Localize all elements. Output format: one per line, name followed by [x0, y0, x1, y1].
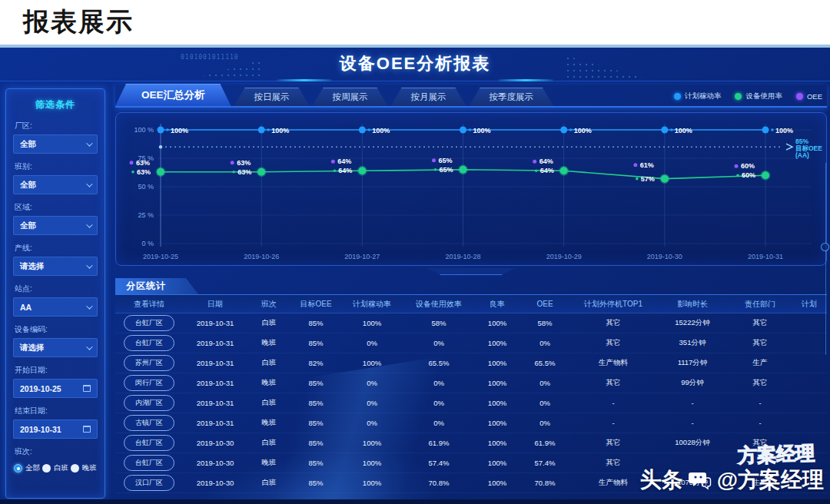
- table-cell: 70.8%: [520, 479, 570, 487]
- usage-rate-label: 63%: [237, 168, 251, 176]
- chart-legend: 计划稼动率设备使用率OEE: [674, 91, 827, 106]
- column-header: 计划稼动率: [341, 299, 403, 310]
- x-tick-label: 2019-10-26: [244, 253, 279, 260]
- planned-rate-point: [460, 127, 466, 134]
- y-tick-label: 25 %: [138, 211, 154, 219]
- field-label: 区域:: [15, 202, 105, 213]
- date-input[interactable]: 2019-10-25: [13, 379, 98, 398]
- field-value: 2019-10-31: [20, 425, 61, 434]
- table-cell: 0%: [341, 339, 403, 347]
- usage-rate-label: 60%: [742, 171, 755, 179]
- table-cell: 100%: [341, 479, 403, 487]
- table-cell: 1117分钟: [656, 358, 729, 368]
- table-cell: -: [656, 399, 729, 407]
- table-cell: 0%: [341, 399, 403, 407]
- usage-rate-label: 57%: [641, 175, 655, 183]
- x-tick-label: 2019-10-25: [143, 253, 178, 260]
- tab-OEE汇总分析[interactable]: OEE汇总分析: [115, 84, 231, 106]
- table-cell: 2019-10-31: [183, 399, 247, 407]
- dropdown-select[interactable]: 请选择: [13, 338, 98, 357]
- table-row: 台虹厂区2019-10-31白班85%100%58%100%58%其它15222…: [115, 313, 827, 333]
- filter-field-select: 区域:全部: [6, 202, 105, 235]
- view-detail-button[interactable]: 内湖厂区: [124, 395, 174, 411]
- planned-rate-point: [158, 127, 164, 134]
- radio-option-晚班[interactable]: 晚班: [71, 463, 97, 473]
- view-detail-button[interactable]: 台虹厂区: [124, 455, 174, 471]
- label-dot-icon: [771, 128, 774, 131]
- tab-partition-stats[interactable]: 分区统计: [115, 278, 198, 294]
- legend-dot-icon: [735, 93, 742, 100]
- field-value: AA: [20, 303, 32, 312]
- dropdown-select[interactable]: 全部: [13, 134, 98, 154]
- tab-按日展示[interactable]: 按日展示: [234, 88, 310, 106]
- x-tick-label: 2019-10-27: [344, 253, 380, 260]
- table-row: 苏州厂区2019-10-31白班82%100%65.5%100%65.5%生产物…: [115, 353, 827, 373]
- table-cell: 10028分钟: [656, 438, 729, 448]
- view-detail-button[interactable]: 台虹厂区: [124, 435, 174, 451]
- radio-option-全部[interactable]: 全部: [14, 463, 40, 473]
- legend-item-计划稼动率[interactable]: 计划稼动率: [674, 91, 722, 101]
- target-line-start-dot: [159, 145, 162, 148]
- table-cell: 85%: [290, 439, 341, 447]
- dropdown-select[interactable]: 请选择: [13, 257, 98, 276]
- view-detail-button[interactable]: 汉口厂区: [124, 475, 174, 491]
- field-label: 设备编码:: [15, 324, 105, 335]
- view-detail-button[interactable]: 台虹厂区: [124, 315, 174, 331]
- table-cell: 85%: [290, 399, 341, 407]
- planned-rate-point: [560, 127, 567, 134]
- table-cell: 61.9%: [403, 439, 475, 447]
- label-dot-icon: [670, 128, 673, 131]
- dropdown-select[interactable]: 全部: [13, 216, 98, 235]
- x-tick-label: 2019-10-30: [647, 253, 682, 260]
- column-header: 良率: [475, 299, 520, 310]
- usage-rate-label: 65%: [440, 166, 453, 174]
- label-dot-icon: [131, 171, 134, 174]
- dropdown-select[interactable]: AA: [13, 297, 98, 317]
- tab-按季度展示[interactable]: 按季度展示: [470, 88, 554, 106]
- y-tick-label: 50 %: [138, 183, 154, 191]
- oee-label: 64%: [337, 158, 351, 165]
- view-detail-button[interactable]: 台虹厂区: [124, 335, 174, 351]
- legend-item-OEE[interactable]: OEE: [796, 92, 822, 101]
- top-title-band: 报表展示: [0, 0, 830, 48]
- table-cell: 82%: [290, 359, 341, 367]
- planned-rate-label: 100%: [574, 127, 592, 134]
- table-cell: 0%: [341, 419, 403, 427]
- table-cell: -: [656, 419, 729, 427]
- table-cell: 100%: [341, 319, 403, 327]
- table-row: 台虹厂区2019-10-30白班85%100%61.9%100%61.9%其它1…: [115, 433, 827, 453]
- view-detail-button[interactable]: 古镇厂区: [124, 415, 174, 431]
- dashboard-header: 0101001011110 设备OEE分析报表: [0, 48, 830, 81]
- column-header: 班次: [247, 299, 290, 310]
- oee-point: [432, 158, 436, 162]
- radio-option-白班[interactable]: 白班: [42, 463, 68, 473]
- chevron-down-icon: [86, 140, 92, 146]
- table-cell: 其它: [570, 438, 656, 448]
- table-cell: 2019-10-31: [183, 319, 247, 327]
- table-cell: 晚班: [247, 378, 290, 388]
- date-input[interactable]: 2019-10-31: [13, 419, 98, 439]
- column-header: OEE: [520, 300, 570, 308]
- binary-decoration: 0101001011110: [181, 54, 239, 61]
- table-cell: 85%: [290, 339, 341, 347]
- legend-item-设备使用率[interactable]: 设备使用率: [735, 91, 782, 101]
- view-detail-button[interactable]: 苏州厂区: [124, 355, 174, 371]
- filter-field-date: 结束日期:2019-10-31: [6, 406, 105, 439]
- chevron-down-icon: [86, 343, 92, 350]
- usage-rate-label: 64%: [338, 167, 352, 174]
- table-row: 闵行厂区2019-10-31晚班85%0%0%100%0%其它99分钟其它: [115, 373, 827, 393]
- table-cell: 生产: [729, 478, 792, 488]
- table-cell: 57.4%: [403, 459, 475, 467]
- table-cell: 其它: [729, 338, 792, 348]
- tab-按周展示[interactable]: 按周展示: [313, 88, 388, 106]
- field-value: 全部: [20, 220, 36, 231]
- dropdown-select[interactable]: 全部: [13, 175, 98, 194]
- table-cell: 100%: [475, 439, 520, 447]
- table-cell: 65.5%: [520, 359, 570, 367]
- view-detail-button[interactable]: 闵行厂区: [124, 375, 174, 391]
- radio-label: 全部: [25, 463, 40, 473]
- tab-按月展示[interactable]: 按月展示: [391, 88, 466, 106]
- y-tick-label: 100 %: [134, 126, 154, 134]
- table-cell: 61.9%: [520, 439, 570, 447]
- chevron-down-icon: [86, 181, 92, 187]
